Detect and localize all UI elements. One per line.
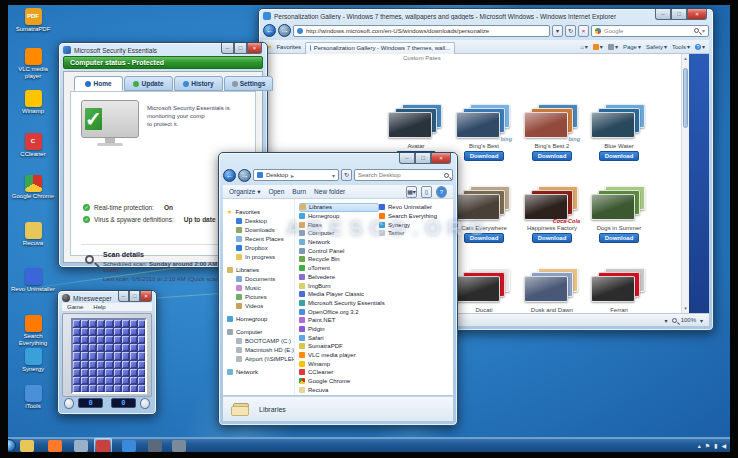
reset-button-left[interactable] (64, 398, 74, 409)
download-button[interactable]: Download (464, 151, 504, 161)
search-input[interactable] (358, 172, 441, 178)
download-button[interactable]: Download (532, 233, 572, 243)
file-item-computer[interactable]: Computer (299, 229, 379, 238)
mine-tile[interactable] (138, 377, 145, 384)
tab-settings[interactable]: Settings (224, 76, 273, 91)
vertical-scrollbar[interactable]: ▴ ▾ (681, 54, 689, 313)
mine-tile[interactable] (138, 352, 145, 359)
mine-tile[interactable] (89, 369, 96, 376)
tray-hidden-icons-chevron[interactable]: ▴ (698, 442, 701, 449)
sidebar-item-airport-simplehk[interactable]: Airport (\\SIMPLEHK (227, 354, 294, 363)
download-button[interactable]: Download (532, 151, 572, 161)
close-button[interactable]: × (687, 9, 707, 20)
stop-button[interactable]: × (578, 25, 589, 37)
mine-tile[interactable] (138, 369, 145, 376)
favorites-button[interactable]: Favorites (276, 44, 301, 50)
address-dropdown-button[interactable]: ▾ (552, 25, 563, 37)
desktop-icon-winamp[interactable]: Winamp (10, 90, 56, 115)
mine-tile[interactable] (122, 385, 129, 392)
sidebar-item-recent-places[interactable]: Recent Places (227, 234, 294, 243)
desktop-icon-revo-uninstaller[interactable]: Revo Uninstaller (10, 268, 56, 293)
file-item-network[interactable]: Network (299, 238, 379, 247)
sidebar-item-desktop[interactable]: Desktop (227, 216, 294, 225)
taskbar-firefox-icon[interactable] (48, 440, 62, 452)
mine-tile[interactable] (105, 377, 112, 384)
desktop-icon-synergy[interactable]: Synergy (10, 348, 56, 373)
desktop-icon-sumatrapdf[interactable]: PDFSumatraPDF (10, 8, 56, 33)
mine-tile[interactable] (114, 352, 121, 359)
file-item-pidgin[interactable]: Pidgin (299, 325, 379, 334)
game-menu[interactable]: Game (67, 304, 83, 311)
smiley-button[interactable] (140, 398, 150, 409)
safety-menu[interactable]: Safety▾ (646, 43, 667, 50)
mine-tile[interactable] (97, 328, 104, 335)
search-box[interactable]: Google ▾ (591, 25, 709, 37)
desktop-icon-recuva[interactable]: Recuva (10, 222, 56, 247)
taskbar-utorrent-icon[interactable] (148, 440, 162, 452)
mine-tile[interactable] (130, 320, 137, 327)
desktop-icon-itools[interactable]: iTools (10, 385, 56, 410)
sidebar-item-libraries[interactable]: Libraries (227, 265, 294, 274)
mine-tile[interactable] (130, 385, 137, 392)
file-item-imgburn[interactable]: ImgBurn (299, 281, 379, 290)
start-button[interactable] (8, 439, 16, 452)
mine-tile[interactable] (105, 320, 112, 327)
file-item-recycle-bin[interactable]: Recycle Bin (299, 255, 379, 264)
download-button[interactable]: Download (464, 233, 504, 243)
file-item-taster[interactable]: Taster (379, 229, 451, 238)
maximize-button[interactable]: □ (129, 291, 140, 302)
mine-tile[interactable] (114, 385, 121, 392)
maximize-button[interactable]: □ (415, 153, 431, 164)
mine-tile[interactable] (114, 377, 121, 384)
file-item-revo-uninstaller[interactable]: Revo Uninstaller (379, 203, 451, 212)
mine-tile[interactable] (105, 385, 112, 392)
mine-tile[interactable] (114, 369, 121, 376)
file-item-synergy[interactable]: Synergy (379, 220, 451, 229)
mine-tile[interactable] (81, 336, 88, 343)
mine-tile[interactable] (105, 352, 112, 359)
mine-tile[interactable] (89, 336, 96, 343)
home-button[interactable]: ⌂▾ (580, 43, 588, 50)
mine-tile[interactable] (73, 361, 80, 368)
mine-tile[interactable] (138, 385, 145, 392)
mine-tile[interactable] (73, 328, 80, 335)
forward-button[interactable]: → (278, 24, 291, 37)
mine-tile[interactable] (114, 328, 121, 335)
sidebar-item-bootcamp-c[interactable]: BOOTCAMP (C:) (227, 336, 294, 345)
burn-button[interactable]: Burn (292, 188, 306, 195)
sidebar-item-computer[interactable]: Computer (227, 327, 294, 336)
file-item-ccleaner[interactable]: CCleaner (299, 368, 379, 377)
file-item-homegroup[interactable]: Homegroup (299, 212, 379, 221)
file-item-search-everything[interactable]: Search Everything (379, 212, 451, 221)
mine-tile[interactable] (73, 385, 80, 392)
file-item-control-panel[interactable]: Control Panel (299, 246, 379, 255)
minimize-button[interactable]: – (655, 9, 671, 20)
mine-tile[interactable] (122, 344, 129, 351)
new-folder-button[interactable]: New folder (314, 188, 345, 195)
mine-tile[interactable] (81, 369, 88, 376)
mine-tile[interactable] (130, 361, 137, 368)
mine-tile[interactable] (97, 320, 104, 327)
mine-tile[interactable] (81, 352, 88, 359)
taskbar-windows-explorer-icon[interactable] (20, 440, 34, 452)
mine-tile[interactable] (138, 344, 145, 351)
file-item-winamp[interactable]: Winamp (299, 359, 379, 368)
mine-tile[interactable] (89, 377, 96, 384)
mine-tile[interactable] (89, 328, 96, 335)
sidebar-item-music[interactable]: Music (227, 283, 294, 292)
minimize-button[interactable]: – (118, 291, 129, 302)
page-menu[interactable]: Page▾ (623, 43, 641, 50)
feeds-button[interactable]: ▾ (593, 43, 603, 50)
window-explorer[interactable]: – □ × ← → Desktop ▸ ▾ ↻ O (218, 152, 458, 426)
tray-volume-icon[interactable]: ◀ (721, 442, 726, 449)
sidebar-item-downloads[interactable]: Downloads (227, 225, 294, 234)
forward-button[interactable]: → (238, 169, 251, 182)
file-item-recuva[interactable]: Recuva (299, 385, 379, 394)
views-button[interactable]: ▦▾ (406, 186, 417, 198)
mine-tile[interactable] (97, 361, 104, 368)
mine-tile[interactable] (97, 344, 104, 351)
taskbar-globe-app-icon[interactable] (172, 440, 186, 452)
back-button[interactable]: ← (223, 169, 236, 182)
mine-tile[interactable] (89, 352, 96, 359)
tray-action-center-flag[interactable]: ⚑ (705, 442, 710, 449)
